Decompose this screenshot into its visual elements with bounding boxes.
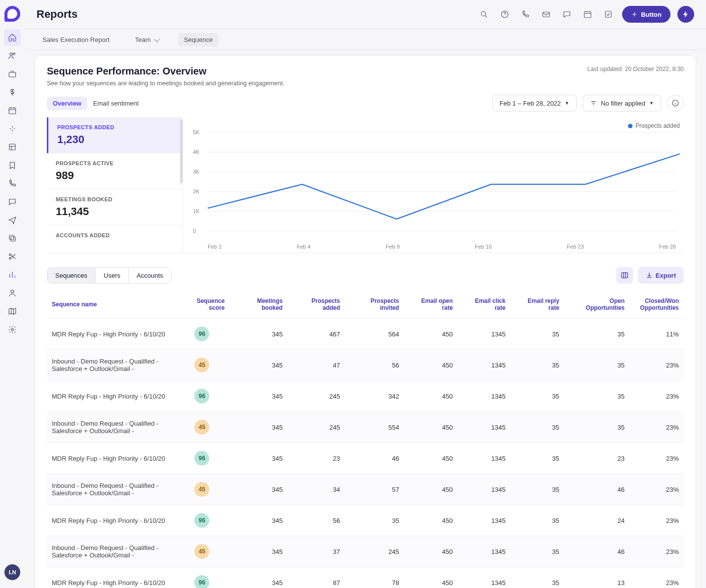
primary-button[interactable]: Button bbox=[622, 6, 670, 23]
download-icon bbox=[646, 272, 653, 279]
stat-prospects-active[interactable]: Prospects active 989 bbox=[47, 153, 183, 189]
stat-meetings-booked[interactable]: Meetings booked 11,345 bbox=[47, 189, 183, 225]
table-tab-accounts[interactable]: Accounts bbox=[128, 268, 171, 283]
data-cell: 1345 bbox=[458, 474, 511, 505]
data-cell: 345 bbox=[229, 412, 288, 443]
column-header[interactable]: Prospects invited bbox=[345, 291, 404, 319]
info-button[interactable] bbox=[667, 95, 684, 111]
nav-send[interactable] bbox=[4, 212, 21, 228]
column-header[interactable]: Meetings booked bbox=[229, 291, 288, 319]
bolt-button[interactable] bbox=[677, 6, 694, 23]
user-avatar[interactable]: LN bbox=[4, 564, 20, 580]
primary-button-label: Button bbox=[641, 11, 662, 18]
data-cell: 450 bbox=[404, 505, 458, 536]
nav-reports[interactable] bbox=[4, 266, 21, 283]
nav-copy[interactable] bbox=[4, 230, 21, 247]
column-header[interactable]: Sequence score bbox=[175, 291, 230, 319]
data-cell: 342 bbox=[345, 381, 404, 412]
briefcase-icon bbox=[8, 70, 17, 78]
column-header[interactable]: Closed/Won Opportunities bbox=[630, 291, 684, 319]
column-header[interactable]: Email click rate bbox=[458, 291, 511, 319]
data-cell: 345 bbox=[229, 319, 288, 350]
tab-overview[interactable]: Overview bbox=[47, 97, 87, 110]
tab-email-sentiment[interactable]: Email sentiment bbox=[87, 97, 145, 110]
subnav-sequence[interactable]: Sequence bbox=[178, 33, 219, 46]
task-button[interactable] bbox=[601, 7, 615, 21]
plus-icon bbox=[631, 11, 638, 18]
chart-icon bbox=[8, 270, 17, 279]
filter-label: No filter applied bbox=[601, 100, 645, 107]
data-cell: 37 bbox=[288, 536, 345, 567]
subnav-sales-execution[interactable]: Sales Execution Report bbox=[37, 33, 115, 46]
nav-chat[interactable] bbox=[4, 193, 21, 210]
stat-accounts-added[interactable]: Accounts added bbox=[47, 225, 183, 240]
nav-user[interactable] bbox=[4, 285, 21, 301]
column-header[interactable]: Prospects added bbox=[288, 291, 345, 319]
table-row[interactable]: MDR Reply Fup - High Priority - 6/10/209… bbox=[47, 319, 684, 350]
left-rail: LN bbox=[0, 0, 25, 588]
bookmark-icon bbox=[8, 161, 17, 170]
data-cell: 1345 bbox=[458, 319, 511, 350]
table-tab-sequences[interactable]: Sequences bbox=[47, 268, 95, 283]
nav-home[interactable] bbox=[4, 29, 21, 46]
score-cell: 96 bbox=[175, 443, 230, 474]
table-row[interactable]: Inbound - Demo Request - Qualified - Sal… bbox=[47, 474, 684, 505]
nav-bookmark[interactable] bbox=[4, 157, 21, 174]
svg-rect-4 bbox=[9, 144, 15, 150]
dialer-button[interactable] bbox=[519, 7, 532, 21]
data-cell: 13 bbox=[564, 567, 630, 588]
nav-settings[interactable] bbox=[4, 321, 21, 338]
sequence-name-cell: Inbound - Demo Request - Qualified - Sal… bbox=[47, 474, 175, 505]
schedule-button[interactable] bbox=[581, 7, 595, 21]
nav-calendar[interactable] bbox=[4, 102, 21, 119]
nav-briefcase[interactable] bbox=[4, 66, 21, 82]
nav-map[interactable] bbox=[4, 303, 21, 320]
columns-button[interactable] bbox=[616, 267, 633, 284]
data-cell: 35 bbox=[511, 350, 564, 381]
sequence-table: Sequence nameSequence scoreMeetings book… bbox=[47, 291, 684, 588]
stat-prospects-added[interactable]: Prospects added 1,230 bbox=[47, 117, 183, 153]
help-button[interactable] bbox=[498, 7, 512, 21]
table-row[interactable]: MDR Reply Fup - High Priority - 6/10/209… bbox=[47, 443, 684, 474]
table-row[interactable]: MDR Reply Fup - High Priority - 6/10/209… bbox=[47, 567, 684, 588]
table-tab-users[interactable]: Users bbox=[95, 268, 128, 283]
score-pill: 96 bbox=[194, 513, 209, 528]
subnav-team[interactable]: Team bbox=[129, 33, 164, 46]
nav-deals[interactable] bbox=[4, 84, 21, 101]
nav-pipeline[interactable] bbox=[4, 120, 21, 137]
mail-button[interactable] bbox=[539, 7, 553, 21]
column-header[interactable]: Email reply rate bbox=[511, 291, 564, 319]
data-cell: 23% bbox=[630, 505, 684, 536]
app-logo[interactable] bbox=[4, 6, 20, 22]
phone-icon bbox=[521, 10, 530, 19]
data-cell: 1345 bbox=[458, 567, 511, 588]
table-row[interactable]: MDR Reply Fup - High Priority - 6/10/209… bbox=[47, 505, 684, 536]
nav-templates[interactable] bbox=[4, 139, 21, 155]
nav-snippets[interactable] bbox=[4, 248, 21, 265]
x-tick-label: Feb 16 bbox=[475, 244, 492, 250]
table-row[interactable]: Inbound - Demo Request - Qualified - Sal… bbox=[47, 412, 684, 443]
data-cell: 345 bbox=[229, 505, 288, 536]
date-range-picker[interactable]: Feb 1 – Feb 28, 2022▼ bbox=[492, 95, 577, 111]
filter-button[interactable]: No filter applied▼ bbox=[583, 95, 661, 111]
data-cell: 450 bbox=[404, 319, 458, 350]
score-cell: 45 bbox=[175, 412, 230, 443]
data-cell: 1345 bbox=[458, 536, 511, 567]
column-header[interactable]: Sequence name bbox=[47, 291, 175, 319]
data-cell: 23% bbox=[630, 443, 684, 474]
export-button[interactable]: Export bbox=[638, 267, 684, 284]
stat-label: Prospects added bbox=[57, 124, 174, 130]
table-row[interactable]: MDR Reply Fup - High Priority - 6/10/209… bbox=[47, 381, 684, 412]
table-tabs: Sequences Users Accounts bbox=[47, 267, 172, 284]
data-cell: 35 bbox=[511, 536, 564, 567]
message-button[interactable] bbox=[560, 7, 574, 21]
table-row[interactable]: Inbound - Demo Request - Qualified - Sal… bbox=[47, 350, 684, 381]
search-button[interactable] bbox=[477, 7, 491, 21]
column-header[interactable]: Open Opportunities bbox=[564, 291, 630, 319]
table-row[interactable]: Inbound - Demo Request - Qualified - Sal… bbox=[47, 536, 684, 567]
column-header[interactable]: Email open rate bbox=[404, 291, 458, 319]
nav-people[interactable] bbox=[4, 47, 21, 64]
nav-calls[interactable] bbox=[4, 175, 21, 192]
data-cell: 35 bbox=[511, 412, 564, 443]
score-pill: 45 bbox=[194, 420, 209, 435]
